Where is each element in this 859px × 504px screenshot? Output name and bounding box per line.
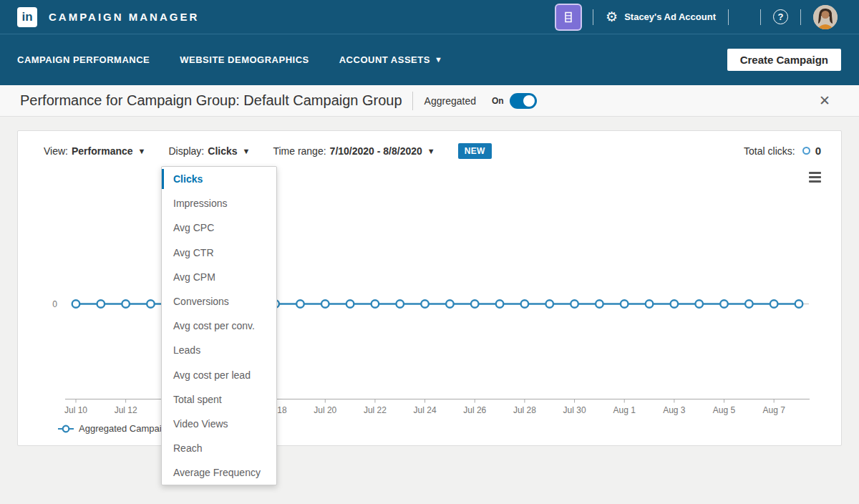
aggregated-toggle[interactable]	[510, 93, 537, 109]
chevron-down-icon: ▼	[243, 147, 251, 155]
nav-item-campaign-performance[interactable]: CAMPAIGN PERFORMANCE	[17, 54, 150, 65]
performance-chart-svg: Jul 10Jul 12Jul 14Jul 16Jul 18Jul 20Jul …	[18, 131, 841, 445]
gear-icon: ⚙	[606, 10, 618, 24]
legend-marker-icon	[58, 425, 74, 433]
new-badge: NEW	[458, 143, 492, 159]
display-dropdown-menu: ClicksImpressionsAvg CPCAvg CTRAvg CPMCo…	[161, 166, 277, 485]
close-icon[interactable]: ✕	[819, 92, 830, 109]
svg-text:0: 0	[52, 299, 57, 309]
brand-title: CAMPAIGN MANAGER	[49, 11, 199, 23]
dropdown-item-video-views[interactable]: Video Views	[162, 412, 276, 436]
account-settings[interactable]: ⚙ Stacey's Ad Account	[606, 10, 716, 24]
dropdown-item-avg-cost-per-lead[interactable]: Avg cost per lead	[162, 363, 276, 387]
svg-text:Aug 7: Aug 7	[762, 405, 785, 415]
help-icon[interactable]: ?	[773, 9, 788, 24]
nav-item-website-demographics[interactable]: WEBSITE DEMOGRAPHICS	[180, 54, 309, 65]
chart-toolbar: View: Performance ▼ Display: Clicks ▼ Ti…	[44, 143, 492, 159]
performance-banner: Performance for Campaign Group: Default …	[0, 85, 859, 117]
display-value: Clicks	[208, 145, 237, 157]
dropdown-item-impressions[interactable]: Impressions	[162, 191, 276, 215]
aggregated-label: Aggregated	[424, 95, 476, 107]
legend-item-aggregated-campaign[interactable]: Aggregated Campaign	[58, 423, 172, 434]
toggle-on-label: On	[492, 96, 504, 106]
nav-label: ACCOUNT ASSETS	[339, 54, 430, 65]
dropdown-item-avg-cpm[interactable]: Avg CPM	[162, 265, 276, 289]
business-app-icon[interactable]	[556, 5, 581, 29]
svg-text:Jul 10: Jul 10	[64, 405, 87, 415]
svg-text:Aug 5: Aug 5	[713, 405, 736, 415]
dropdown-item-reach[interactable]: Reach	[162, 436, 276, 460]
legend-label: Aggregated Campaign	[79, 423, 172, 434]
dropdown-item-avg-cpc[interactable]: Avg CPC	[162, 215, 276, 240]
dropdown-item-total-spent[interactable]: Total spent	[162, 387, 276, 412]
total-clicks: Total clicks: 0	[744, 145, 821, 157]
time-range-label: Time range:	[273, 145, 326, 157]
svg-text:Jul 22: Jul 22	[364, 405, 387, 415]
create-campaign-button[interactable]: Create Campaign	[727, 49, 841, 71]
view-dropdown[interactable]: View: Performance ▼	[44, 145, 145, 157]
chart-menu-button[interactable]	[809, 172, 821, 183]
nav-item-account-assets[interactable]: ACCOUNT ASSETS ▼	[339, 54, 443, 65]
total-clicks-value: 0	[815, 145, 821, 157]
chevron-down-icon: ▼	[435, 56, 442, 64]
chevron-down-icon: ▼	[138, 147, 146, 155]
time-range-value: 7/10/2020 - 8/8/2020	[330, 145, 422, 157]
banner-divider	[412, 92, 413, 110]
svg-text:Jul 24: Jul 24	[414, 405, 437, 415]
header-divider	[800, 9, 801, 25]
display-dropdown[interactable]: Display: Clicks ▼	[168, 145, 250, 157]
view-value: Performance	[72, 145, 133, 157]
avatar-image	[813, 5, 838, 29]
header-divider	[760, 9, 761, 25]
nav-label: CAMPAIGN PERFORMANCE	[17, 54, 150, 65]
svg-text:Jul 12: Jul 12	[115, 405, 137, 415]
top-header: in CAMPAIGN MANAGER ⚙ Stacey's Ad Accoun…	[0, 0, 859, 34]
chevron-down-icon: ▼	[427, 147, 435, 155]
toggle-knob	[523, 95, 535, 107]
linkedin-logo[interactable]: in	[17, 7, 37, 27]
account-name: Stacey's Ad Account	[624, 11, 716, 22]
svg-text:Jul 20: Jul 20	[314, 405, 336, 415]
dropdown-item-avg-ctr[interactable]: Avg CTR	[162, 241, 276, 265]
user-avatar[interactable]	[813, 5, 838, 29]
header-divider	[593, 9, 593, 25]
svg-text:Aug 3: Aug 3	[663, 405, 686, 415]
svg-text:Aug 1: Aug 1	[613, 405, 636, 415]
dropdown-item-avg-cost-per-conv-[interactable]: Avg cost per conv.	[162, 314, 276, 338]
performance-card: View: Performance ▼ Display: Clicks ▼ Ti…	[17, 130, 842, 446]
time-range-dropdown[interactable]: Time range: 7/10/2020 - 8/8/2020 ▼	[273, 145, 435, 157]
series-marker-icon	[802, 147, 810, 155]
nav-label: WEBSITE DEMOGRAPHICS	[180, 54, 309, 65]
display-label: Display:	[168, 145, 204, 157]
svg-text:Jul 30: Jul 30	[563, 405, 586, 415]
dropdown-item-leads[interactable]: Leads	[162, 338, 276, 362]
svg-text:Jul 28: Jul 28	[513, 405, 536, 415]
banner-title: Performance for Campaign Group: Default …	[20, 92, 402, 109]
dropdown-item-clicks[interactable]: Clicks	[162, 167, 276, 191]
building-icon	[562, 11, 575, 24]
view-label: View:	[44, 145, 68, 157]
header-divider	[728, 9, 729, 25]
main-nav: CAMPAIGN PERFORMANCE WEBSITE DEMOGRAPHIC…	[0, 34, 859, 85]
dropdown-item-average-frequency[interactable]: Average Frequency	[162, 460, 276, 485]
svg-text:Jul 26: Jul 26	[463, 405, 486, 415]
dropdown-item-conversions[interactable]: Conversions	[162, 289, 276, 314]
total-clicks-label: Total clicks:	[744, 145, 795, 157]
